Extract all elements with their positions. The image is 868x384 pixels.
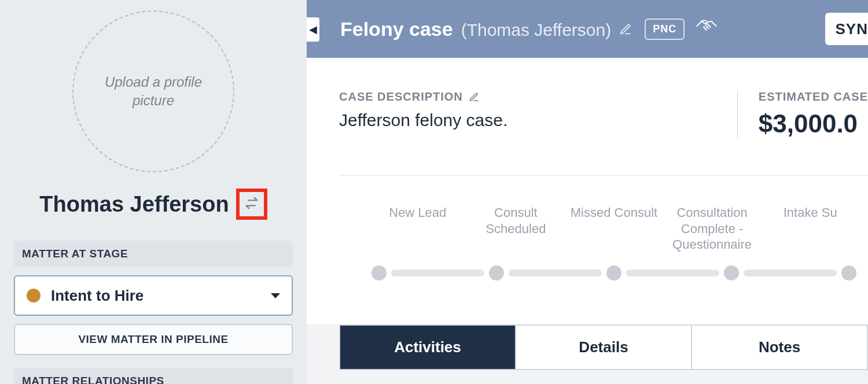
section-header-stage: MATTER AT STAGE <box>14 241 293 267</box>
case-description-text: Jefferson felony case. <box>339 110 714 130</box>
pipeline-stage-label: Consult Scheduled <box>470 205 562 253</box>
pipeline-stage-label: Missed Consult <box>568 205 660 253</box>
pipeline-node-icon[interactable] <box>841 265 856 280</box>
edit-title-button[interactable] <box>619 23 632 36</box>
contact-sidebar: Upload a profile picture Thomas Jefferso… <box>0 0 307 384</box>
divider <box>339 175 868 176</box>
pipeline-stage-label: New Lead <box>372 205 464 253</box>
chevron-down-icon <box>271 293 280 298</box>
case-main: ◀ Felony case (Thomas Jefferson) PNC SYN <box>307 0 868 384</box>
collapse-sidebar-button[interactable]: ◀ <box>307 17 319 42</box>
contact-name: Thomas Jefferson <box>39 192 229 217</box>
handshake-icon[interactable] <box>695 17 718 40</box>
upload-profile-picture[interactable]: Upload a profile picture <box>72 10 234 172</box>
stage-status-dot-icon <box>27 289 41 302</box>
relationships-section-label: MATTER RELATIONSHIPS <box>22 375 164 384</box>
view-matter-in-pipeline-button[interactable]: VIEW MATTER IN PIPELINE <box>14 324 293 355</box>
case-title: Felony case <box>340 18 453 40</box>
pipeline-segment <box>391 269 484 276</box>
pnc-badge: PNC <box>645 19 685 40</box>
contact-name-row: Thomas Jefferson <box>0 189 307 220</box>
tab-activities[interactable]: Activities <box>340 326 516 369</box>
tab-notes[interactable]: Notes <box>692 326 867 369</box>
profile-placeholder-text: Upload a profile picture <box>85 73 222 110</box>
chevron-left-icon: ◀ <box>309 23 317 36</box>
pipeline-node-icon[interactable] <box>372 265 387 280</box>
pipeline-segment <box>744 269 837 276</box>
matter-stage-select[interactable]: Intent to Hire <box>14 275 293 316</box>
case-tabs-region: Activities Details Notes <box>307 324 868 385</box>
view-pipeline-label: VIEW MATTER IN PIPELINE <box>78 333 228 346</box>
pipeline-track[interactable] <box>372 265 856 280</box>
stage-section-label: MATTER AT STAGE <box>22 248 128 260</box>
case-topbar: ◀ Felony case (Thomas Jefferson) PNC SYN <box>307 0 868 58</box>
tab-details[interactable]: Details <box>516 326 692 369</box>
case-contact-paren: (Thomas Jefferson) <box>461 20 612 40</box>
edit-description-button[interactable] <box>469 92 479 102</box>
pipeline-widget: New Lead Consult Scheduled Missed Consul… <box>339 205 868 280</box>
section-header-relationships: MATTER RELATIONSHIPS <box>14 368 293 384</box>
pipeline-segment <box>509 269 602 276</box>
swap-icon <box>244 195 260 213</box>
estimated-case-label: ESTIMATED CASE <box>759 90 868 104</box>
stage-value: Intent to Hire <box>51 287 271 305</box>
estimated-case-block: ESTIMATED CASE $3,000.0 <box>737 90 868 138</box>
pipeline-segment <box>626 269 719 276</box>
case-tabs: Activities Details Notes <box>339 324 868 370</box>
pipeline-node-icon[interactable] <box>606 265 621 280</box>
pipeline-stage-label: Consultation Complete - Questionnaire <box>666 205 759 253</box>
pipeline-node-icon[interactable] <box>489 265 504 280</box>
case-description-block: CASE DESCRIPTION Jefferson felony case. <box>339 90 714 130</box>
estimated-case-value: $3,000.0 <box>759 109 868 138</box>
swap-contact-button[interactable] <box>236 189 267 220</box>
pipeline-stage-labels: New Lead Consult Scheduled Missed Consul… <box>372 205 856 253</box>
case-description-label: CASE DESCRIPTION <box>339 90 714 104</box>
pipeline-stage-label: Intake Su <box>764 205 856 253</box>
case-title-group: Felony case (Thomas Jefferson) <box>340 18 632 40</box>
case-summary-row: CASE DESCRIPTION Jefferson felony case. … <box>339 90 868 138</box>
case-body: CASE DESCRIPTION Jefferson felony case. … <box>307 58 868 280</box>
sync-button[interactable]: SYN <box>825 13 868 45</box>
pipeline-node-icon[interactable] <box>724 265 739 280</box>
case-description-label-text: CASE DESCRIPTION <box>339 90 463 104</box>
sync-label: SYN <box>836 20 868 38</box>
